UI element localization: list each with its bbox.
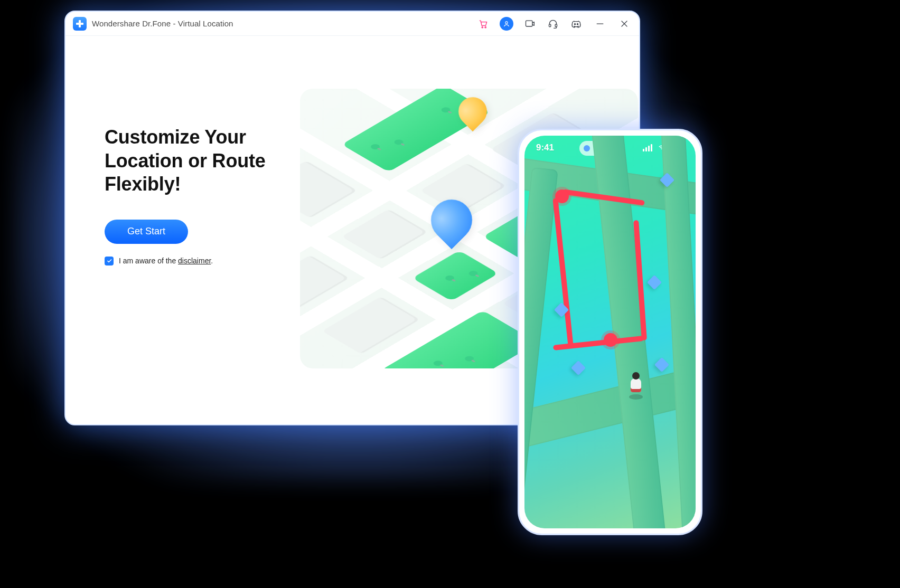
svg-point-2 xyxy=(505,21,508,23)
svg-rect-4 xyxy=(549,24,551,26)
close-button[interactable] xyxy=(617,17,632,31)
cart-icon xyxy=(478,18,489,29)
disclaimer-row: I am aware of the disclaimer. xyxy=(105,257,284,265)
location-dot-icon xyxy=(584,145,590,151)
svg-rect-3 xyxy=(526,21,533,26)
svg-rect-9 xyxy=(645,147,647,151)
left-pane: Customize Your Location or Route Flexibl… xyxy=(105,89,284,424)
route-end-icon xyxy=(604,333,617,347)
disclaimer-checkbox[interactable] xyxy=(105,257,114,265)
titlebar: Wondershare Dr.Fone - Virtual Location xyxy=(65,12,639,36)
screen-record-icon xyxy=(524,18,535,29)
player-avatar-icon xyxy=(628,372,644,396)
poke-cube-icon xyxy=(654,357,669,372)
svg-point-0 xyxy=(482,26,483,27)
support-button[interactable] xyxy=(546,17,560,31)
poke-cube-icon xyxy=(571,361,586,375)
screen-record-button[interactable] xyxy=(523,17,537,31)
app-logo-icon xyxy=(73,17,87,31)
svg-rect-5 xyxy=(555,24,557,26)
disclaimer-suffix: . xyxy=(211,257,213,265)
signal-icon xyxy=(643,144,653,151)
discord-button[interactable] xyxy=(569,17,583,31)
disclaimer-link[interactable]: disclaimer xyxy=(178,257,211,265)
window-title: Wondershare Dr.Fone - Virtual Location xyxy=(92,19,471,28)
titlebar-actions xyxy=(476,17,632,31)
discord-icon xyxy=(571,18,582,29)
headset-icon xyxy=(548,18,558,29)
disclaimer-prefix: I am aware of the xyxy=(119,257,178,265)
svg-point-7 xyxy=(577,23,578,24)
user-button[interactable] xyxy=(500,17,513,31)
phone-time: 9:41 xyxy=(536,143,554,153)
disclaimer-text: I am aware of the disclaimer. xyxy=(119,257,213,265)
cart-button[interactable] xyxy=(476,17,490,31)
route-start-icon xyxy=(555,189,569,203)
svg-rect-11 xyxy=(651,144,652,151)
svg-point-1 xyxy=(485,26,486,27)
phone-mockup: 9:41 xyxy=(518,129,702,535)
svg-rect-8 xyxy=(643,149,644,151)
close-icon xyxy=(619,18,630,29)
check-icon xyxy=(106,258,112,264)
user-icon xyxy=(502,20,511,28)
minimize-icon xyxy=(595,18,605,29)
phone-screen: 9:41 xyxy=(524,136,696,528)
headline: Customize Your Location or Route Flexibl… xyxy=(105,126,284,196)
poke-cube-icon xyxy=(647,275,662,290)
svg-rect-10 xyxy=(648,146,650,151)
minimize-button[interactable] xyxy=(593,17,607,31)
svg-point-6 xyxy=(574,23,575,24)
get-start-button[interactable]: Get Start xyxy=(105,220,188,244)
